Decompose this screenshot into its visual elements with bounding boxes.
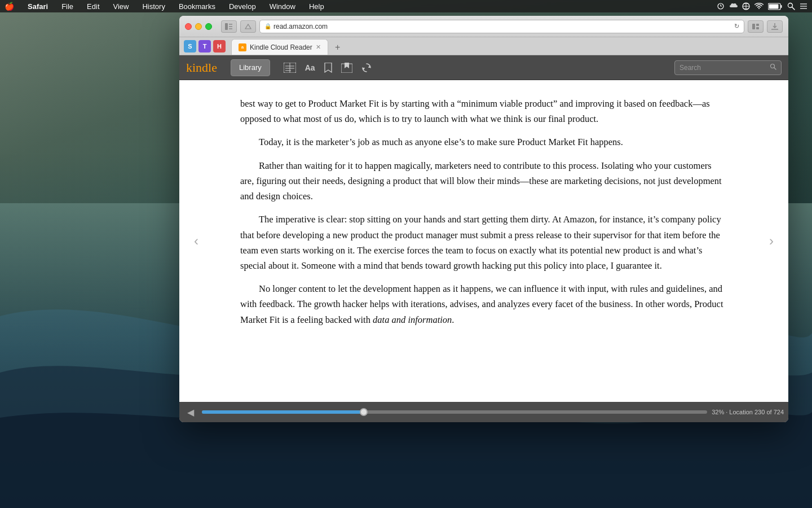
paragraph-3: Rather than waiting for it to happen mag… <box>240 158 727 204</box>
extension-1-button[interactable]: S <box>184 40 196 52</box>
bookmark-icon[interactable] <box>324 63 332 73</box>
prev-page-small-button[interactable]: ◀ <box>184 405 197 419</box>
paragraph-4: The imperative is clear: stop sitting on… <box>240 212 727 273</box>
kindle-search-input[interactable] <box>679 64 770 72</box>
svg-rect-19 <box>752 24 755 29</box>
previous-page-button[interactable]: ‹ <box>179 80 213 402</box>
tab-label: Kindle Cloud Reader <box>250 43 312 51</box>
menu-history[interactable]: History <box>140 2 167 11</box>
export-icon[interactable] <box>341 63 352 73</box>
menu-file[interactable]: File <box>59 2 76 11</box>
lock-icon: 🔒 <box>264 23 271 29</box>
close-button[interactable] <box>185 23 192 30</box>
svg-rect-15 <box>225 23 228 30</box>
svg-marker-30 <box>345 63 349 68</box>
menu-help[interactable]: Help <box>307 2 326 11</box>
font-size-icon[interactable]: Aa <box>305 63 315 72</box>
paragraph-1: best way to get to Product Market Fit is… <box>240 96 727 126</box>
reading-list-button[interactable] <box>240 20 256 33</box>
progress-label: 32% · Location 230 of 724 <box>712 409 784 415</box>
browser-window: 🔒 read.amazon.com ↻ S T H a <box>179 16 788 422</box>
kindle-toolbar: Aa <box>284 63 372 73</box>
apple-menu[interactable]: 🍎 <box>5 2 14 11</box>
address-bar[interactable]: 🔒 read.amazon.com ↻ <box>259 20 744 33</box>
cloud-icon <box>730 2 738 10</box>
tab-bar: S T H a Kindle Cloud Reader ✕ + <box>179 37 788 55</box>
tab-close-button[interactable]: ✕ <box>316 43 321 51</box>
browser-titlebar: 🔒 read.amazon.com ↻ <box>179 16 788 37</box>
vpn-icon <box>742 2 750 10</box>
menu-view[interactable]: View <box>111 2 131 11</box>
progress-fill <box>202 410 364 414</box>
browser-toolbar: 🔒 read.amazon.com ↻ <box>221 20 783 33</box>
sync-icon[interactable] <box>361 63 372 73</box>
minimize-button[interactable] <box>195 23 202 30</box>
kindle-app: kindle Library Aa <box>179 55 788 422</box>
extension-2-button[interactable]: T <box>198 40 211 52</box>
svg-line-32 <box>774 68 776 70</box>
reader-view-button[interactable] <box>748 20 764 33</box>
extensions-bar: S T H <box>184 40 226 55</box>
battery-icon <box>768 3 783 10</box>
progress-bar-container: ◀ 32% · Location 230 of 724 <box>179 402 788 422</box>
control-strip-icon[interactable] <box>800 2 807 10</box>
sidebar-toggle-button[interactable] <box>221 20 237 33</box>
new-tab-button[interactable]: + <box>332 41 344 54</box>
next-page-button[interactable]: › <box>754 80 788 402</box>
window-controls <box>185 23 212 30</box>
url-text: read.amazon.com <box>273 23 732 30</box>
paragraph-2: Today, it is the marketer’s job as much … <box>240 134 727 150</box>
download-button[interactable] <box>767 20 783 33</box>
svg-rect-8 <box>781 5 782 8</box>
menu-window[interactable]: Window <box>267 2 298 11</box>
menu-bookmarks[interactable]: Bookmarks <box>176 2 218 11</box>
spotlight-icon[interactable] <box>787 2 795 10</box>
kindle-header: kindle Library Aa <box>179 55 788 80</box>
svg-rect-20 <box>756 24 759 26</box>
tab-favicon: a <box>239 43 246 51</box>
wifi-icon <box>754 3 764 10</box>
maximize-button[interactable] <box>205 23 212 30</box>
library-nav-button[interactable]: Library <box>231 59 270 76</box>
reading-area: ‹ best way to get to Product Market Fit … <box>179 80 788 402</box>
kindle-search-bar[interactable] <box>674 60 782 75</box>
time-machine-icon <box>716 3 725 10</box>
refresh-button[interactable]: ↻ <box>734 23 739 30</box>
italic-text: data and information <box>373 314 452 325</box>
menu-safari[interactable]: Safari <box>25 2 50 11</box>
table-of-contents-icon[interactable] <box>284 63 296 73</box>
menu-edit[interactable]: Edit <box>85 2 102 11</box>
desktop: 🍎 Safari File Edit View History Bookmark… <box>0 0 812 508</box>
book-content: best way to get to Product Market Fit is… <box>213 80 754 402</box>
progress-track[interactable] <box>202 410 707 414</box>
kindle-logo: kindle <box>186 60 217 75</box>
svg-rect-21 <box>756 27 759 29</box>
menubar: 🍎 Safari File Edit View History Bookmark… <box>0 0 812 12</box>
extension-3-button[interactable]: H <box>213 40 226 52</box>
progress-handle[interactable] <box>360 408 368 416</box>
paragraph-5: No longer content to let the development… <box>240 281 727 327</box>
search-submit-button[interactable] <box>770 63 776 72</box>
svg-line-11 <box>792 7 795 10</box>
active-tab[interactable]: a Kindle Cloud Reader ✕ <box>231 39 328 55</box>
menu-develop[interactable]: Develop <box>227 2 258 11</box>
svg-rect-9 <box>769 4 779 8</box>
